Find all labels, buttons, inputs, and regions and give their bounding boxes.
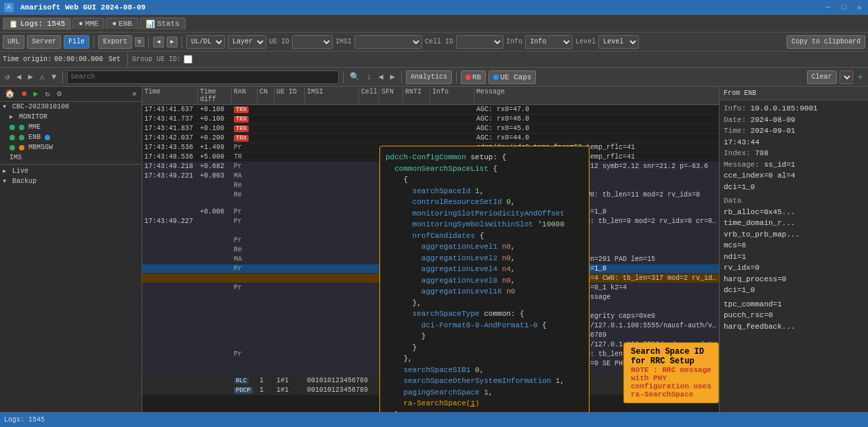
copy-clipboard-button[interactable]: Copy to clipboard — [787, 35, 865, 49]
imsi-filter[interactable] — [354, 35, 422, 49]
layer-filter[interactable]: Layer — [228, 35, 266, 49]
tab-enb[interactable]: ● ENB — [106, 18, 138, 29]
rp-mcs: mcs=6 — [724, 240, 864, 251]
col-cell: Cell — [359, 88, 379, 103]
uldl-filter[interactable]: UL/DLULDL — [186, 35, 225, 49]
mbmsgw-status-dot2 — [19, 145, 24, 150]
tooltip-note: NOTE : RRC message with PHY configuratio… — [631, 366, 711, 399]
tab-logs[interactable]: 📋 Logs: 1545 — [3, 18, 71, 30]
sep5 — [62, 71, 63, 83]
col-imsi: IMSI — [305, 88, 359, 103]
prev-result-icon[interactable]: ◀ — [377, 71, 386, 83]
warning-icon[interactable]: ⚠ — [38, 71, 47, 83]
refresh-icon[interactable]: ↺ — [3, 71, 12, 83]
sidebar-item-mme[interactable]: MME — [0, 122, 142, 132]
sidebar-play-icon[interactable]: ▶ — [31, 88, 40, 100]
sidebar-toolbar: 🏠 ■ ▶ ↻ ⚙ ✕ — [0, 87, 142, 102]
sidebar-item-monitor[interactable]: ▶ MONITOR — [0, 112, 142, 122]
sidebar-stop-icon[interactable]: ■ — [20, 89, 28, 100]
next-result-icon[interactable]: ▶ — [388, 71, 397, 83]
sidebar-item-live[interactable]: ▶ Live — [0, 166, 142, 176]
main-area: 🏠 ■ ▶ ↻ ⚙ ✕ ▼ CBC-2023010100 ▶ MONITOR M… — [0, 87, 868, 412]
sidebar-home-icon[interactable]: 🏠 — [3, 88, 17, 100]
rb-button[interactable]: RB — [461, 70, 486, 84]
info-filter[interactable]: Info — [525, 35, 573, 49]
ue-caps-button[interactable]: UE Caps — [489, 70, 536, 84]
rp-vrb: vrb_to_prb_map... — [724, 229, 864, 241]
level-filter[interactable]: Level — [598, 35, 639, 49]
search-input[interactable] — [67, 70, 339, 84]
server-button[interactable]: Server — [27, 35, 61, 49]
tab-mme[interactable]: ● MME — [73, 18, 104, 29]
enb-icon: ● — [112, 20, 117, 28]
title-bar: A Amarisoft Web GUI 2024-08-09 ─ □ ✕ — [0, 0, 868, 15]
rp-time-domain: time_domain_r... — [724, 218, 864, 229]
imsi-label: IMSI — [335, 38, 352, 45]
filter-icon[interactable]: ▼ — [49, 72, 58, 83]
live-icon: ▶ — [3, 167, 9, 175]
monitor-label: MONITOR — [19, 113, 47, 121]
stats-label: Stats — [157, 20, 180, 28]
mbmsgw-status-dot — [9, 145, 15, 150]
mme-label: MME — [85, 20, 99, 28]
add-icon[interactable]: + — [856, 71, 865, 83]
url-button[interactable]: URL — [3, 35, 24, 49]
separator3 — [182, 36, 182, 48]
settings-icon[interactable]: ⚙ — [135, 37, 144, 47]
export-search-icon[interactable]: ↓ — [365, 72, 373, 83]
rp-ndi: ndi=1 — [724, 251, 864, 263]
sidebar-item-mbmsgw[interactable]: MBMSGW — [0, 142, 142, 152]
col-rnti: RNTI — [403, 88, 430, 103]
log-row[interactable]: 17:43:41.637 +0.100 TRX AGC: rx0=47.0 — [142, 105, 719, 115]
sidebar-item-enb[interactable]: ENB — [0, 132, 142, 142]
file-button[interactable]: File — [64, 35, 89, 49]
sidebar-item-ims[interactable]: IMS — [0, 152, 142, 163]
ueid-filter[interactable] — [292, 35, 333, 49]
sep6 — [343, 71, 344, 83]
col-message: Message — [474, 88, 719, 103]
sidebar-divider — [0, 164, 142, 165]
clear-options[interactable] — [840, 70, 853, 84]
col-timediff: Time diff — [198, 88, 232, 103]
log-row[interactable]: 17:43:42.037 +0.200 TRX AGC: rx0=44.0 — [142, 134, 719, 143]
app-icon: A — [4, 3, 14, 12]
cellid-label: Cell ID — [425, 38, 453, 45]
log-row[interactable]: 17:43:41.737 +0.100 TRX AGC: rx0=46.0 — [142, 115, 719, 124]
nav-prev-button[interactable]: ◀ — [153, 37, 164, 47]
right-panel-header: From ENB — [720, 87, 868, 100]
separator2 — [148, 36, 149, 48]
time-origin-label: Time origin: — [3, 56, 51, 63]
maximize-button[interactable]: □ — [840, 2, 848, 13]
close-button[interactable]: ✕ — [855, 2, 864, 14]
clear-button[interactable]: Clear — [807, 70, 837, 84]
forward-icon[interactable]: ▶ — [26, 71, 35, 83]
logs-label: Logs: 1545 — [20, 20, 65, 28]
minimize-button[interactable]: ─ — [823, 2, 832, 13]
logs-icon: 📋 — [9, 20, 18, 28]
tab-stats[interactable]: 📊 Stats — [140, 18, 186, 30]
tooltip-title: Search Space ID for RRC Setup — [631, 347, 711, 366]
analytics-button[interactable]: Analytics — [406, 70, 452, 84]
export-button[interactable]: Export — [98, 35, 132, 49]
sidebar-item-backup[interactable]: ▼ Backup — [0, 176, 142, 186]
log-row[interactable]: 17:43:41.837 +0.100 TRX AGC: rx0=45.0 — [142, 124, 719, 134]
stats-icon: 📊 — [146, 20, 155, 28]
logs-count: Logs: 1545 — [4, 416, 45, 424]
rp-msg: Message: ss_id=1 — [724, 159, 864, 171]
col-time: Time — [142, 88, 198, 103]
rp-harq-fb: harq_feedback... — [724, 321, 864, 333]
mme-status-dot — [9, 125, 15, 130]
rp-from: Info: 10.0.0.185:9001 — [724, 103, 864, 115]
sidebar-settings-icon[interactable]: ⚙ — [55, 88, 64, 100]
time-origin-set-button[interactable]: Set — [106, 56, 123, 63]
cellid-filter[interactable] — [456, 35, 503, 49]
sidebar-close-icon[interactable]: ✕ — [130, 88, 139, 100]
sidebar-refresh-icon[interactable]: ↻ — [43, 88, 51, 100]
group-ue-checkbox[interactable] — [184, 55, 192, 64]
back-icon[interactable]: ◀ — [14, 71, 23, 83]
rp-rb: rb_alloc=0x45... — [724, 207, 864, 218]
sidebar-item-cbc[interactable]: ▼ CBC-2023010100 — [0, 102, 142, 112]
rb-dot — [466, 75, 471, 80]
nav-next-button[interactable]: ▶ — [167, 37, 178, 47]
search-icon[interactable]: 🔍 — [348, 71, 362, 83]
